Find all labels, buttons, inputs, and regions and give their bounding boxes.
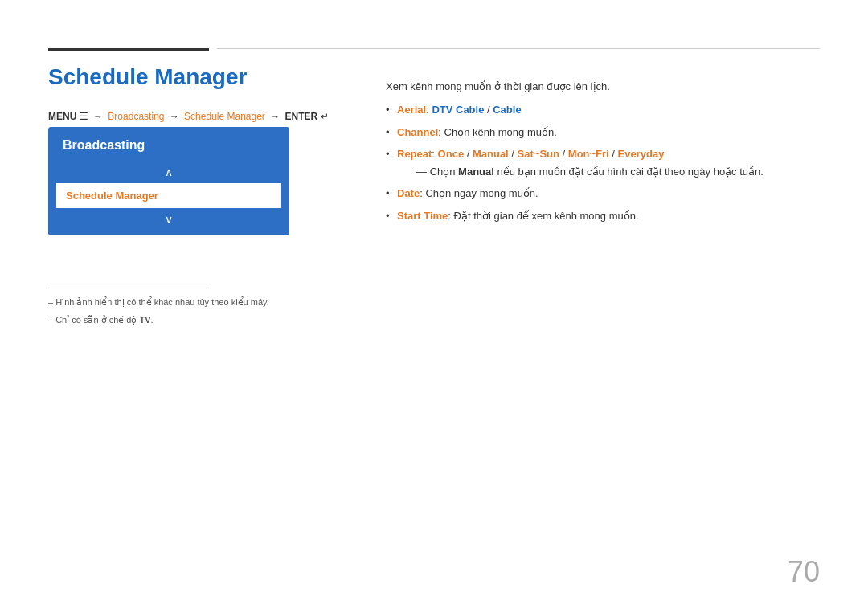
breadcrumb-broadcasting: Broadcasting — [108, 111, 164, 122]
top-border-left — [48, 48, 209, 51]
aerial-label: Aerial — [397, 104, 426, 116]
repeat-sub-note: Chọn Manual nếu bạn muốn đặt cấu hình cà… — [408, 164, 820, 180]
tv-panel: Broadcasting ∧ Schedule Manager ∨ — [48, 127, 289, 235]
note2-highlight: TV — [140, 315, 151, 325]
bullet-repeat: Repeat: Once / Manual / Sat~Sun / Mon~Fr… — [386, 146, 820, 179]
breadcrumb-menu-text: MENU — [48, 111, 80, 122]
cable-label: Cable — [493, 104, 521, 116]
chevron-up-icon[interactable]: ∧ — [48, 164, 289, 182]
page-number: 70 — [788, 555, 820, 589]
breadcrumb-schedule-manager: Schedule Manager — [184, 111, 265, 122]
mon-fri-label: Mon~Fri — [568, 148, 609, 160]
bullet-start-time: Start Time: Đặt thời gian để xem kênh mo… — [386, 208, 820, 224]
breadcrumb-menu-icon: ☰ — [80, 111, 88, 122]
bullet-list: Aerial: DTV Cable / Cable Channel: Chọn … — [386, 102, 820, 223]
note2-prefix: – Chỉ có sẵn ở chế độ — [48, 315, 140, 325]
date-label: Date — [397, 187, 420, 199]
intro-text: Xem kênh mong muốn ở thời gian được lên … — [386, 80, 820, 92]
bullet-date: Date: Chọn ngày mong muốn. — [386, 186, 820, 202]
sat-sun-label: Sat~Sun — [518, 148, 559, 160]
note1: – Hình ảnh hiển thị có thể khác nhau tùy… — [48, 297, 269, 308]
breadcrumb-arrow-2: → — [170, 111, 179, 122]
chevron-down-icon[interactable]: ∨ — [48, 210, 289, 235]
start-time-label: Start Time — [397, 210, 448, 222]
everyday-label: Everyday — [618, 148, 665, 160]
note2-suffix: . — [151, 315, 154, 325]
tv-panel-header: Broadcasting — [48, 127, 289, 164]
right-column: Xem kênh mong muốn ở thời gian được lên … — [386, 80, 820, 230]
breadcrumb-enter-icon: ↵ — [321, 111, 329, 122]
bullet-aerial: Aerial: DTV Cable / Cable — [386, 102, 820, 118]
page-title: Schedule Manager — [48, 64, 247, 90]
breadcrumb-arrow-3: → — [270, 111, 280, 122]
top-border-right — [217, 48, 820, 49]
dtv-cable-label: DTV Cable — [432, 104, 484, 116]
bullet-channel: Channel: Chọn kênh mong muốn. — [386, 125, 820, 141]
tv-panel-schedule-manager[interactable]: Schedule Manager — [55, 182, 283, 210]
channel-label: Channel — [397, 126, 438, 138]
repeat-label: Repeat — [397, 148, 432, 160]
note2: – Chỉ có sẵn ở chế độ TV. — [48, 315, 154, 325]
breadcrumb-arrow-1: → — [93, 111, 103, 122]
breadcrumb: MENU ☰ → Broadcasting → Schedule Manager… — [48, 111, 329, 122]
once-label: Once — [438, 148, 465, 160]
divider-line — [48, 288, 209, 288]
manual-label: Manual — [473, 148, 509, 160]
breadcrumb-enter-text: ENTER — [285, 111, 321, 122]
